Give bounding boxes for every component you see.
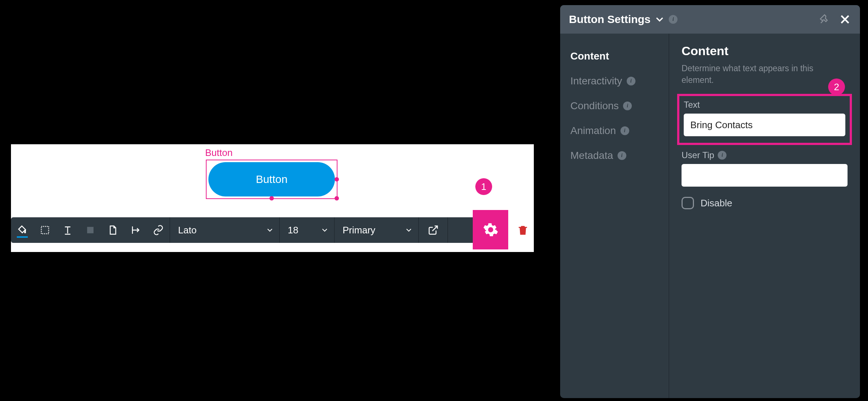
selection-label: Button	[205, 147, 233, 159]
size-select[interactable]: 18	[279, 217, 334, 243]
info-icon: i	[618, 151, 626, 160]
corner-button[interactable]	[102, 217, 124, 243]
chevron-down-icon[interactable]	[656, 17, 664, 22]
annotation-badge-1: 1	[475, 178, 492, 195]
content-subtitle: Determine what text appears in this elem…	[682, 62, 848, 86]
panel-header: Button Settings i	[560, 5, 860, 34]
pin-icon[interactable]	[819, 14, 830, 25]
user-tip-label-text: User Tip	[682, 150, 714, 160]
format-toolbar: Lato 18 Primary	[11, 217, 484, 243]
font-select[interactable]: Lato	[170, 217, 279, 243]
trash-icon	[517, 224, 529, 236]
panel-sidebar: Content Interactivity i Conditions i Ani…	[560, 34, 669, 398]
close-icon[interactable]	[839, 13, 851, 26]
external-link-button[interactable]	[418, 217, 448, 243]
style-select[interactable]: Primary	[334, 217, 418, 243]
svg-rect-0	[41, 226, 49, 234]
style-select-value: Primary	[343, 225, 375, 236]
annotation-badge-2: 2	[828, 79, 845, 95]
link-button[interactable]	[147, 217, 170, 243]
text-input[interactable]	[684, 114, 845, 136]
gear-icon	[483, 222, 498, 237]
border-button[interactable]	[34, 217, 56, 243]
text-icon	[62, 225, 73, 236]
square-fill-icon	[85, 225, 96, 236]
info-icon: i	[627, 77, 635, 85]
font-select-value: Lato	[178, 225, 197, 236]
sidebar-item-label: Interactivity	[570, 75, 622, 87]
sidebar-item-interactivity[interactable]: Interactivity i	[560, 69, 669, 93]
info-icon[interactable]: i	[669, 15, 678, 24]
resize-handle-corner[interactable]	[335, 196, 339, 200]
link-icon	[153, 225, 164, 236]
paint-bucket-icon	[17, 225, 28, 236]
disable-checkbox-row[interactable]: Disable	[682, 197, 848, 209]
panel-title: Button Settings	[569, 13, 650, 26]
fill-color-button[interactable]	[11, 217, 34, 243]
user-tip-label: User Tip i	[682, 150, 848, 160]
sidebar-item-label: Conditions	[570, 100, 619, 112]
sidebar-item-label: Animation	[570, 125, 616, 137]
disable-label: Disable	[701, 198, 732, 209]
sidebar-item-metadata[interactable]: Metadata i	[560, 143, 669, 168]
disable-checkbox[interactable]	[682, 197, 694, 209]
info-icon[interactable]: i	[718, 151, 727, 160]
resize-handle-right[interactable]	[335, 177, 339, 182]
svg-rect-1	[87, 227, 94, 233]
text-field-highlight: Text	[677, 94, 852, 145]
border-icon	[39, 225, 50, 236]
selection-box	[206, 160, 337, 199]
info-icon: i	[623, 102, 632, 110]
sidebar-item-label: Metadata	[570, 150, 613, 161]
text-field-label: Text	[684, 100, 845, 110]
chevron-down-icon	[267, 228, 273, 232]
width-icon	[130, 225, 141, 236]
chevron-down-icon	[406, 228, 412, 232]
delete-button[interactable]	[512, 217, 534, 243]
width-button[interactable]	[124, 217, 147, 243]
sidebar-item-content[interactable]: Content	[560, 44, 669, 69]
size-select-value: 18	[288, 225, 298, 236]
shadow-button[interactable]	[79, 217, 102, 243]
external-link-icon	[428, 225, 439, 236]
sidebar-item-animation[interactable]: Animation i	[560, 118, 669, 143]
resize-handle-bottom[interactable]	[269, 196, 274, 200]
chevron-down-icon	[322, 228, 328, 232]
text-format-button[interactable]	[56, 217, 79, 243]
sidebar-item-label: Content	[570, 50, 609, 62]
content-heading: Content	[682, 44, 848, 58]
settings-button[interactable]	[473, 210, 508, 249]
page-icon	[107, 225, 118, 236]
sidebar-item-conditions[interactable]: Conditions i	[560, 93, 669, 118]
info-icon: i	[620, 126, 629, 135]
user-tip-input[interactable]	[682, 164, 848, 187]
settings-panel: Button Settings i Content Interactivity …	[560, 5, 860, 398]
